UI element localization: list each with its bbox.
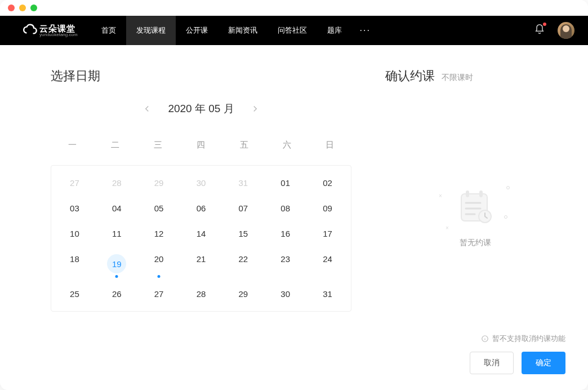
day-21[interactable]: 21 <box>180 246 222 281</box>
chevron-right-icon <box>250 104 260 114</box>
nav-item-2[interactable]: 公开课 <box>176 16 218 45</box>
weekday-2: 三 <box>137 131 180 159</box>
day-27: 27 <box>54 170 96 196</box>
day-08[interactable]: 08 <box>264 196 306 221</box>
logo[interactable]: 云朵课堂 yunduoketang.com <box>23 23 78 38</box>
nav-item-5[interactable]: 题库 <box>317 16 352 45</box>
nav-item-4[interactable]: 问答社区 <box>268 16 317 45</box>
weekday-4: 五 <box>222 131 265 159</box>
nav-item-1[interactable]: 发现课程 <box>126 16 176 45</box>
day-16[interactable]: 16 <box>264 221 306 246</box>
day-30[interactable]: 30 <box>264 281 306 307</box>
day-22[interactable]: 22 <box>222 246 264 281</box>
day-18[interactable]: 18 <box>54 246 96 281</box>
day-19[interactable]: 19 <box>96 246 138 281</box>
empty-state: × × 暂无约课 <box>385 101 565 334</box>
user-avatar[interactable] <box>558 22 574 39</box>
day-28: 28 <box>96 170 138 196</box>
day-01[interactable]: 01 <box>264 170 306 196</box>
day-31[interactable]: 31 <box>306 281 349 307</box>
weekday-1: 二 <box>93 131 136 159</box>
titlebar <box>0 0 588 16</box>
confirm-title: 确认约课 <box>385 68 435 85</box>
day-12[interactable]: 12 <box>138 221 180 246</box>
day-26[interactable]: 26 <box>96 281 138 307</box>
weekday-5: 六 <box>265 131 308 159</box>
calendar: 一二三四五六日 27282930310102030405060708091011… <box>51 131 351 312</box>
day-05[interactable]: 05 <box>138 196 180 221</box>
day-10[interactable]: 10 <box>54 221 96 246</box>
month-label: 2020 年 05 月 <box>168 101 234 116</box>
day-04[interactable]: 04 <box>96 196 138 221</box>
day-03[interactable]: 03 <box>54 196 96 221</box>
empty-text: 暂无约课 <box>460 238 491 248</box>
notification-dot <box>543 23 546 26</box>
footer-note-text: 暂不支持取消约课功能 <box>492 334 565 344</box>
confirm-button[interactable]: 确定 <box>522 352 565 374</box>
day-14[interactable]: 14 <box>180 221 222 246</box>
content: 选择日期 2020 年 05 月 一二三四五六日 272829303101020… <box>0 45 588 390</box>
info-icon <box>481 335 489 343</box>
nav-item-0[interactable]: 首页 <box>91 16 126 45</box>
day-09[interactable]: 09 <box>306 196 349 221</box>
day-28[interactable]: 28 <box>180 281 222 307</box>
svg-rect-2 <box>479 190 483 197</box>
day-30: 30 <box>180 170 222 196</box>
day-27[interactable]: 27 <box>138 281 180 307</box>
day-29: 29 <box>138 170 180 196</box>
minimize-window[interactable] <box>19 5 26 11</box>
weekday-0: 一 <box>51 131 93 159</box>
date-title: 选择日期 <box>51 68 351 85</box>
day-15[interactable]: 15 <box>222 221 264 246</box>
cancel-button[interactable]: 取消 <box>470 352 514 374</box>
day-29[interactable]: 29 <box>222 281 264 307</box>
prev-month[interactable] <box>142 104 152 114</box>
day-06[interactable]: 06 <box>180 196 222 221</box>
weekday-3: 四 <box>180 131 222 159</box>
month-picker: 2020 年 05 月 <box>51 101 351 116</box>
logo-icon <box>23 23 37 38</box>
footer-note: 暂不支持取消约课功能 <box>385 334 565 344</box>
day-17[interactable]: 17 <box>306 221 349 246</box>
day-07[interactable]: 07 <box>222 196 264 221</box>
day-11[interactable]: 11 <box>96 221 138 246</box>
day-02[interactable]: 02 <box>306 170 349 196</box>
top-nav: 云朵课堂 yunduoketang.com 首页发现课程公开课新闻资讯问答社区题… <box>0 16 588 45</box>
next-month[interactable] <box>250 104 260 114</box>
logo-text: 云朵课堂 yunduoketang.com <box>39 24 78 37</box>
close-window[interactable] <box>8 5 15 11</box>
svg-rect-1 <box>466 190 469 197</box>
footer-actions: 取消 确定 <box>385 352 565 374</box>
maximize-window[interactable] <box>30 5 37 11</box>
calendar-empty-icon: × × <box>456 187 495 229</box>
confirm-panel: 确认约课 不限课时 × × <box>385 45 588 390</box>
weekday-6: 日 <box>309 131 351 159</box>
app-window: 云朵课堂 yunduoketang.com 首页发现课程公开课新闻资讯问答社区题… <box>0 0 588 390</box>
nav-item-3[interactable]: 新闻资讯 <box>218 16 268 45</box>
day-23[interactable]: 23 <box>264 246 306 281</box>
day-20[interactable]: 20 <box>138 246 180 281</box>
notification-bell[interactable] <box>534 24 545 37</box>
day-25[interactable]: 25 <box>54 281 96 307</box>
chevron-left-icon <box>142 104 152 114</box>
confirm-subtitle: 不限课时 <box>442 73 473 83</box>
day-31: 31 <box>222 170 264 196</box>
nav-more[interactable]: ··· <box>352 25 378 36</box>
date-panel: 选择日期 2020 年 05 月 一二三四五六日 272829303101020… <box>0 45 385 390</box>
day-24[interactable]: 24 <box>306 246 349 281</box>
